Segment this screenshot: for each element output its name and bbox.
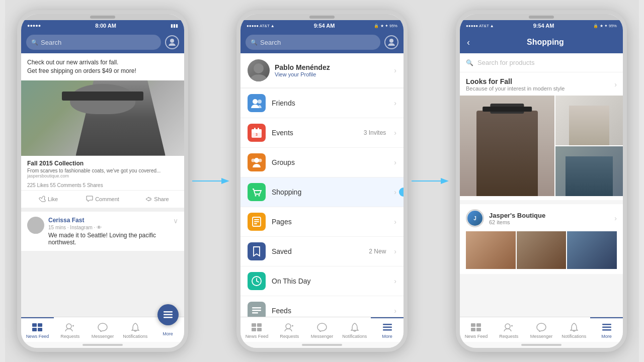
nav-notifications-left[interactable]: Notifications — [119, 317, 151, 342]
section-looks-for-fall[interactable]: Looks for Fall Because of your interest … — [460, 72, 623, 95]
profile-info: Pablo Menéndez View your Profile — [275, 63, 389, 77]
nav-messenger-right[interactable]: Messenger — [525, 317, 558, 342]
shopping-content: Looks for Fall Because of your interest … — [460, 72, 623, 317]
search-label-left: Search — [41, 39, 61, 46]
events-chevron: › — [394, 129, 396, 137]
back-button[interactable]: ‹ — [467, 37, 470, 48]
looks-for-fall-arrow: › — [614, 80, 617, 88]
pages-chevron: › — [394, 218, 396, 226]
messenger-icon-center — [316, 322, 328, 333]
nav-notifications-center[interactable]: Notifications — [338, 317, 371, 342]
notifications-icon-right — [569, 322, 580, 333]
svg-text:3: 3 — [256, 133, 258, 136]
post-image — [21, 80, 184, 156]
svg-rect-50 — [471, 323, 475, 327]
menu-section: Friends › 3 Events 3 Invites › — [240, 88, 404, 317]
svg-rect-43 — [257, 328, 262, 331]
svg-point-14 — [253, 99, 258, 104]
svg-rect-45 — [383, 324, 392, 325]
more-menu-content: Pablo Menéndez View your Profile › Frien… — [240, 53, 404, 317]
share-button[interactable]: Share — [130, 193, 184, 206]
post-stats: 225 Likes 55 Comments 5 Shares — [21, 180, 184, 190]
search-bar-left[interactable]: 🔍 Search — [26, 35, 161, 50]
profile-row[interactable]: Pablo Menéndez View your Profile › — [240, 53, 404, 87]
ad-post: Check out our new arrivals for fall. Get… — [21, 53, 184, 208]
battery-center: 🔒 ★ ✦ 95% — [374, 24, 397, 28]
nav-newsfeed-right[interactable]: News Feed — [460, 317, 493, 342]
svg-rect-17 — [252, 129, 262, 133]
events-badge: 3 Invites — [364, 129, 386, 136]
product-secondary-1 — [555, 96, 623, 145]
fb-header-left: 🔍 Search — [21, 31, 184, 53]
nav-messenger-center[interactable]: Messenger — [306, 317, 339, 342]
svg-point-1 — [32, 220, 39, 227]
menu-item-friends[interactable]: Friends › — [240, 88, 404, 118]
nav-requests-right[interactable]: Requests — [493, 317, 525, 342]
nav-newsfeed-center[interactable]: News Feed — [240, 317, 273, 342]
nav-messenger-left[interactable]: Messenger — [87, 317, 119, 342]
nav-notifications-right[interactable]: Notifications — [557, 317, 590, 342]
boutique-info: Jasper's Boutique 62 items — [489, 212, 609, 225]
time-right: 9:54 AM — [533, 23, 554, 29]
product-grid-fall — [460, 95, 623, 200]
svg-rect-5 — [38, 328, 42, 331]
svg-rect-57 — [602, 329, 611, 331]
nav-requests-center[interactable]: Requests — [273, 317, 306, 342]
nav-more-left[interactable]: More — [151, 317, 184, 342]
menu-item-groups[interactable]: Groups › — [240, 148, 404, 177]
svg-rect-32 — [252, 310, 261, 311]
feeds-chevron: › — [394, 307, 396, 315]
requests-icon-center — [284, 322, 295, 333]
requests-icon-right — [503, 322, 514, 333]
search-icon-center: 🔍 — [251, 39, 258, 46]
svg-rect-42 — [252, 328, 256, 331]
svg-rect-29 — [254, 223, 257, 224]
nav-newsfeed-left[interactable]: News Feed — [21, 317, 54, 342]
phone-left: ●●●●● 8:00 AM ▮▮▮ 🔍 Search Check out our… — [17, 10, 188, 352]
svg-rect-27 — [254, 219, 259, 220]
saved-badge: 2 New — [369, 248, 386, 255]
boutique-section: J Jasper's Boutique 62 items › — [460, 204, 623, 274]
like-button[interactable]: Like — [21, 193, 75, 206]
more-fab-button[interactable] — [157, 304, 179, 325]
product-secondary-images — [555, 96, 623, 196]
menu-item-saved[interactable]: Saved 2 New › — [240, 237, 404, 266]
svg-rect-51 — [476, 323, 481, 327]
nav-more-right[interactable]: More — [590, 317, 623, 342]
product-thumb-2 — [517, 231, 567, 269]
menu-item-pages[interactable]: Pages › — [240, 207, 404, 237]
profile-icon-left[interactable] — [165, 35, 179, 49]
bottom-nav-left: News Feed Requests Messenger Notificatio… — [21, 317, 184, 342]
profile-icon-center[interactable] — [384, 35, 398, 49]
product-thumb-3 — [567, 231, 617, 269]
comment-button[interactable]: Comment — [75, 193, 130, 206]
avatar-cerissa — [27, 217, 44, 234]
menu-item-events[interactable]: 3 Events 3 Invites › — [240, 118, 404, 148]
newsfeed-icon-center — [251, 322, 262, 333]
friends-chevron: › — [394, 99, 396, 107]
svg-rect-4 — [32, 328, 37, 331]
menu-item-onthisday[interactable]: On This Day › — [240, 266, 404, 296]
shopping-title: Shopping — [475, 38, 616, 47]
more-icon-right — [601, 322, 612, 333]
onthisday-chevron: › — [394, 277, 396, 285]
boutique-row[interactable]: J Jasper's Boutique 62 items › — [466, 209, 617, 227]
nav-more-center[interactable]: More — [371, 317, 404, 342]
carrier-center: ●●●●● AT&T ▲ — [247, 24, 275, 28]
svg-point-54 — [505, 324, 510, 329]
search-bar-center[interactable]: 🔍 Search — [246, 35, 380, 50]
shopping-search-bar[interactable]: 🔍 Search for products — [460, 53, 623, 72]
news-feed-content: Check out our new arrivals for fall. Get… — [21, 53, 184, 317]
svg-rect-28 — [254, 221, 259, 222]
shopping-icon-box — [248, 183, 266, 201]
nav-requests-left[interactable]: Requests — [54, 317, 87, 342]
svg-rect-7 — [164, 311, 173, 313]
status-bar-center: ●●●●● AT&T ▲ 9:54 AM 🔒 ★ ✦ 95% — [240, 20, 404, 31]
boutique-arrow: › — [614, 214, 617, 222]
menu-item-shopping[interactable]: Shopping › — [240, 177, 404, 207]
menu-item-feeds[interactable]: Feeds › — [240, 296, 404, 317]
svg-rect-47 — [383, 329, 392, 331]
shopping-dot-highlight — [399, 188, 404, 197]
status-bar-right: ●●●●● AT&T ▲ 9:54 AM 🔒 ★ ✦ 95% — [460, 20, 623, 31]
battery-right: 🔒 ★ ✦ 95% — [593, 24, 617, 28]
